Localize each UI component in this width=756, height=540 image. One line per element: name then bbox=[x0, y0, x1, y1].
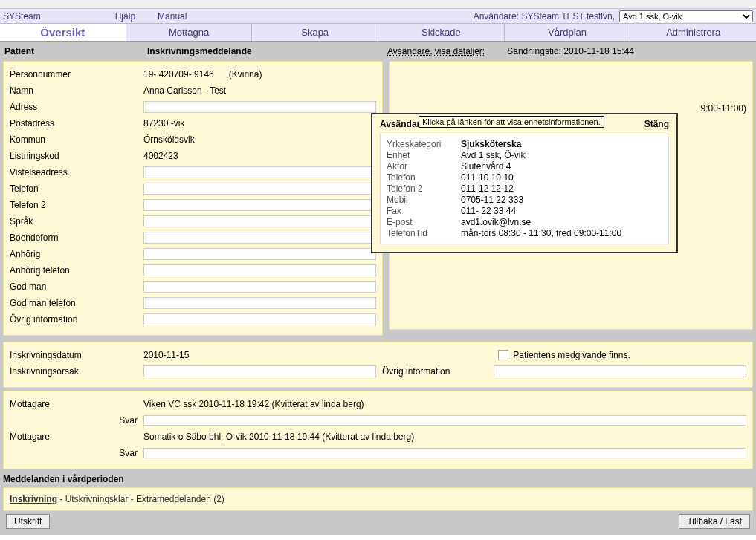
ovrig-input[interactable] bbox=[143, 313, 376, 325]
godman-telefon-label: God man telefon bbox=[10, 298, 143, 308]
inskrivningsorsak-input[interactable] bbox=[143, 365, 376, 377]
tooltip: Klicka på länken för att visa enhetsinfo… bbox=[419, 116, 604, 128]
manual-link[interactable]: Manual bbox=[158, 11, 187, 22]
godman-label: God man bbox=[10, 282, 143, 292]
sender-epost-value: avd1.ovik@lvn.se bbox=[461, 217, 662, 227]
adress-label: Adress bbox=[10, 102, 143, 112]
listningskod-value: 4002423 bbox=[143, 151, 376, 161]
mottagare1-value: Viken VC ssk 2010-11-18 19:42 (Kvitterat… bbox=[143, 399, 746, 409]
tab-admin[interactable]: Administrera bbox=[630, 24, 756, 41]
sprak-label: Språk bbox=[10, 216, 143, 227]
svar1-label: Svar bbox=[10, 415, 143, 426]
tab-sent[interactable]: Skickade bbox=[378, 24, 505, 41]
telefon2-input[interactable] bbox=[143, 199, 376, 211]
ovrig-info-label: Övrig information bbox=[382, 366, 494, 377]
sender-telefontid-label: TelefonTid bbox=[387, 228, 461, 238]
tab-careplan[interactable]: Vårdplan bbox=[505, 24, 631, 41]
unit-select[interactable]: Avd 1 ssk, Ö-vik bbox=[619, 10, 753, 22]
sender-popup: Avsändare Stäng YrkeskategoriSjuksköters… bbox=[371, 113, 678, 253]
sender-telefon2-value: 011-12 12 12 bbox=[461, 183, 662, 194]
anhorig-input[interactable] bbox=[143, 248, 376, 260]
mottagare2-label: Mottagare bbox=[10, 432, 143, 442]
extrameddelanden-text: Extrameddelanden (2) bbox=[136, 494, 224, 504]
namn-label: Namn bbox=[10, 85, 143, 96]
tab-overview[interactable]: Översikt bbox=[0, 24, 126, 41]
help-link[interactable]: Hjälp bbox=[115, 11, 158, 22]
sender-telefon-label: Telefon bbox=[387, 172, 461, 183]
godman-input[interactable] bbox=[143, 281, 376, 293]
sender-enhet-label: Enhet bbox=[387, 150, 461, 160]
boendeform-label: Boendeform bbox=[10, 232, 143, 243]
sender-telefontid-value: mån-tors 08:30 - 11:30, fred 09:00-11:00 bbox=[461, 228, 662, 238]
inskrivningsdatum-value: 2010-11-15 bbox=[143, 350, 376, 360]
vistelseadress-input[interactable] bbox=[143, 166, 376, 178]
mottagare2-value: Somatik o Säbo bhl, Ö-vik 2010-11-18 19:… bbox=[143, 432, 746, 442]
mottagare1-label: Mottagare bbox=[10, 399, 143, 409]
listningskod-label: Listningskod bbox=[10, 151, 143, 161]
sender-yrkeskategori-value: Sjuksköterska bbox=[461, 139, 662, 149]
ovrig-label: Övrig information bbox=[10, 314, 143, 325]
anhorig-label: Anhörig bbox=[10, 249, 143, 259]
consent-label: Patientens medgivande finns. bbox=[513, 350, 630, 360]
user-label: Användare: SYSteam TEST testlvn, bbox=[474, 11, 619, 22]
sender-aktor-value: Slutenvård 4 bbox=[461, 161, 662, 172]
sender-details-link[interactable]: Avsändare, visa detaljer: bbox=[387, 46, 485, 56]
namn-value: Anna Carlsson - Test bbox=[143, 85, 376, 96]
utskrivningsklar-text: Utskrivningsklar bbox=[65, 494, 129, 504]
kommun-label: Kommun bbox=[10, 134, 143, 145]
svar2-label: Svar bbox=[10, 448, 143, 458]
vistelseadress-label: Vistelseadress bbox=[10, 167, 143, 178]
svar1-input[interactable] bbox=[143, 415, 746, 426]
personnummer-value: 19- 420709- 9146 bbox=[143, 69, 214, 79]
anhorig-telefon-label: Anhörig telefon bbox=[10, 265, 143, 276]
godman-telefon-input[interactable] bbox=[143, 297, 376, 309]
boendeform-input[interactable] bbox=[143, 232, 376, 244]
postadress-label: Postadress bbox=[10, 118, 143, 129]
telefon2-label: Telefon 2 bbox=[10, 200, 143, 210]
sender-yrkeskategori-label: Yrkeskategori bbox=[387, 139, 461, 149]
inskrivningsorsak-label: Inskrivningsorsak bbox=[10, 366, 143, 377]
sender-fax-label: Fax bbox=[387, 206, 461, 216]
telefon-input[interactable] bbox=[143, 183, 376, 195]
gender-value: (Kvinna) bbox=[229, 69, 262, 79]
postadress-value: 87230 -vik bbox=[143, 118, 376, 129]
sender-fax-value: 011- 22 33 44 bbox=[461, 206, 662, 216]
telefon-label: Telefon bbox=[10, 183, 143, 194]
sprak-input[interactable] bbox=[143, 215, 376, 227]
brand-label: SYSteam bbox=[3, 11, 115, 22]
consent-checkbox[interactable] bbox=[498, 350, 508, 360]
sender-aktor-label: Aktör bbox=[387, 161, 461, 172]
sender-telefon-value: 011-10 10 10 bbox=[461, 172, 662, 183]
anhorig-telefon-input[interactable] bbox=[143, 264, 376, 276]
svar2-input[interactable] bbox=[143, 448, 746, 458]
tab-received[interactable]: Mottagna bbox=[126, 24, 253, 41]
patient-section-title: Patient bbox=[4, 46, 147, 56]
sender-mobil-value: 0705-11 22 333 bbox=[461, 195, 662, 205]
personnummer-label: Personnummer bbox=[10, 69, 143, 79]
sender-telefon2-label: Telefon 2 bbox=[387, 183, 461, 194]
tab-create[interactable]: Skapa bbox=[252, 24, 378, 41]
sender-enhet-value: Avd 1 ssk, Ö-vik bbox=[461, 150, 662, 160]
inskrivning-link[interactable]: Inskrivning bbox=[10, 494, 57, 504]
sender-popup-close[interactable]: Stäng bbox=[644, 119, 669, 129]
kommun-value: Örnsköldsvik bbox=[143, 134, 376, 145]
back-button[interactable]: Tillbaka / Läst bbox=[679, 514, 750, 529]
sender-epost-label: E-post bbox=[387, 217, 461, 227]
inskrivningsdatum-label: Inskrivningsdatum bbox=[10, 350, 143, 360]
adress-input[interactable] bbox=[143, 101, 376, 113]
print-button[interactable]: Utskrift bbox=[6, 514, 50, 529]
message-title: Inskrivningsmeddelande bbox=[147, 46, 387, 56]
telefontid-truncated: 9:00-11:00) bbox=[701, 103, 746, 114]
send-time-label: Sändningstid: 2010-11-18 15:44 bbox=[507, 46, 634, 56]
msg-period-title: Meddelanden i vårdperioden bbox=[3, 472, 753, 487]
ovrig-info-input[interactable] bbox=[494, 365, 746, 377]
sender-mobil-label: Mobil bbox=[387, 195, 461, 205]
